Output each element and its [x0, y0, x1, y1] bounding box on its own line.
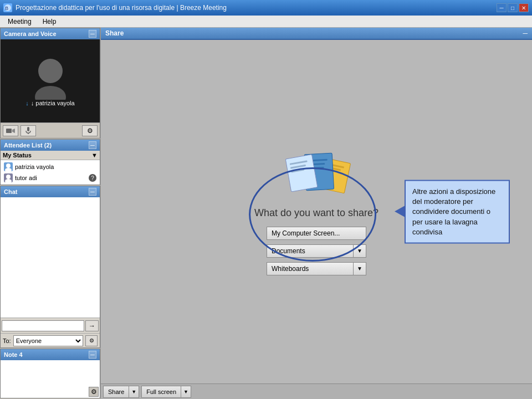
camera-panel: Camera and Voice ─ ↓ ↓ patrizia vayola	[0, 28, 100, 139]
share-footer-share-button[interactable]: Share ▼	[103, 386, 139, 398]
attendee-list: patrizia vayola tutor adi ?	[1, 160, 100, 185]
svg-point-11	[5, 179, 12, 182]
user-avatar-svg	[31, 55, 70, 100]
share-footer-fullscreen-label[interactable]: Full screen	[142, 386, 181, 397]
share-panel-title: Share	[105, 29, 124, 37]
share-footer-share-label[interactable]: Share	[104, 386, 129, 397]
camera-username: ↓ ↓ patrizia vayola	[25, 100, 74, 106]
attendee-status-icon: ?	[89, 174, 96, 182]
maximize-button[interactable]: □	[508, 3, 518, 12]
my-status-dropdown[interactable]: ▼	[91, 152, 98, 158]
svg-rect-19	[285, 154, 318, 191]
camera-panel-minimize[interactable]: ─	[89, 30, 96, 38]
chat-messages	[1, 197, 100, 318]
share-question-text: What do you want to share?	[254, 207, 378, 219]
attendee-avatar-1	[4, 162, 13, 171]
screen-share-button[interactable]: My Computer Screen...	[267, 227, 366, 240]
whiteboards-share-button[interactable]: Whiteboards ▼	[267, 262, 366, 275]
svg-text:B: B	[5, 6, 8, 11]
note-panel-header: Note 4 ─	[1, 349, 100, 360]
attendee-panel-minimize[interactable]: ─	[89, 141, 96, 149]
svg-rect-6	[27, 127, 29, 131]
chat-panel: Chat ─ → To: Everyone ⚙	[0, 186, 100, 348]
chat-panel-header: Chat ─	[1, 186, 100, 197]
minimize-button[interactable]: ─	[497, 3, 507, 12]
titlebar: B Progettazione didattica per l'uso di u…	[0, 0, 532, 16]
chat-options-btn[interactable]: ⚙	[85, 335, 98, 346]
camera-content: ↓ ↓ patrizia vayola	[1, 39, 100, 122]
mic-toggle-btn[interactable]	[21, 125, 36, 136]
chat-send-button[interactable]: →	[85, 320, 99, 331]
share-footer: Share ▼ Full screen ▼	[101, 383, 532, 399]
share-panel-minimize[interactable]: ─	[523, 29, 528, 37]
svg-marker-5	[12, 129, 15, 133]
window-controls: ─ □ ✕	[497, 3, 529, 12]
attendee-avatar-2	[4, 173, 13, 182]
attendee-name-1: patrizia vayola	[15, 163, 54, 170]
callout-arrow	[395, 206, 405, 217]
attendee-panel: Attendee List (2) ─ My Status ▼ patrizia…	[0, 139, 100, 185]
chat-input[interactable]	[2, 320, 84, 331]
whiteboards-dropdown-arrow[interactable]: ▼	[354, 263, 366, 275]
share-center: What do you want to share? My Computer S…	[254, 149, 378, 275]
my-status-label: My Status	[3, 152, 32, 158]
chat-to-bar: To: Everyone ⚙	[1, 333, 100, 347]
attendee-panel-header: Attendee List (2) ─	[1, 140, 100, 151]
note-gear-button[interactable]: ⚙	[89, 387, 99, 397]
svg-point-9	[5, 168, 12, 171]
share-illustration	[283, 149, 350, 198]
svg-point-3	[35, 86, 66, 100]
attendee-item: tutor adi ?	[2, 172, 99, 183]
share-content: What do you want to share? My Computer S…	[101, 40, 532, 383]
whiteboards-share-label[interactable]: Whiteboards	[267, 263, 354, 275]
documents-icon	[283, 149, 355, 198]
camera-settings-btn[interactable]: ⚙	[82, 125, 98, 136]
camera-controls: ⚙	[1, 122, 100, 138]
note-panel: Note 4 ─ ⚙	[0, 349, 100, 398]
share-footer-fullscreen-button[interactable]: Full screen ▼	[141, 386, 191, 398]
window-title: Progettazione didattica per l'uso di una…	[16, 4, 497, 12]
note-panel-title: Note 4	[4, 351, 89, 358]
share-footer-share-arrow[interactable]: ▼	[129, 386, 139, 397]
my-status-bar: My Status ▼	[1, 151, 100, 160]
menu-meeting[interactable]: Meeting	[2, 17, 37, 27]
callout-text: Altre azioni a disposizione del moderato…	[412, 187, 495, 236]
menu-help[interactable]: Help	[37, 17, 62, 27]
chat-panel-minimize[interactable]: ─	[89, 188, 96, 196]
close-button[interactable]: ✕	[519, 3, 529, 12]
attendee-name-2: tutor adi	[15, 175, 37, 181]
note-content: ⚙	[1, 360, 100, 398]
svg-rect-4	[6, 129, 12, 133]
chat-to-select[interactable]: Everyone	[13, 335, 83, 346]
share-footer-fullscreen-arrow[interactable]: ▼	[181, 386, 191, 397]
svg-point-8	[6, 163, 11, 168]
chat-to-label: To:	[3, 337, 11, 344]
camera-panel-header: Camera and Voice ─	[1, 28, 100, 39]
camera-user-label: ↓ patrizia vayola	[31, 100, 75, 106]
camera-toggle-btn[interactable]	[3, 125, 18, 136]
main-layout: Camera and Voice ─ ↓ ↓ patrizia vayola	[0, 28, 532, 399]
attendee-panel-title: Attendee List (2)	[4, 142, 89, 149]
sidebar: Camera and Voice ─ ↓ ↓ patrizia vayola	[0, 28, 101, 399]
camera-panel-title: Camera and Voice	[4, 30, 89, 37]
svg-point-2	[38, 59, 63, 83]
menubar: Meeting Help	[0, 16, 532, 28]
chat-input-area: →	[1, 318, 100, 333]
svg-point-10	[6, 175, 11, 179]
documents-share-label[interactable]: Documents	[267, 245, 354, 257]
note-panel-minimize[interactable]: ─	[89, 351, 96, 359]
documents-dropdown-arrow[interactable]: ▼	[354, 245, 366, 257]
callout-box: Altre azioni a disposizione del moderato…	[405, 180, 510, 244]
attendee-item: patrizia vayola	[2, 161, 99, 172]
documents-share-button[interactable]: Documents ▼	[267, 244, 366, 258]
share-area: Share ─	[101, 28, 532, 399]
app-icon: B	[3, 3, 12, 12]
chat-panel-title: Chat	[4, 188, 89, 195]
share-panel-header: Share ─	[101, 28, 532, 40]
screen-share-label: My Computer Screen...	[272, 229, 340, 237]
